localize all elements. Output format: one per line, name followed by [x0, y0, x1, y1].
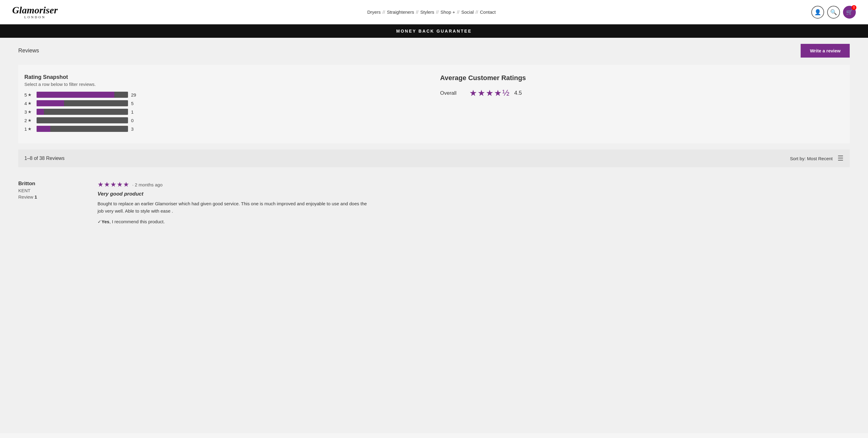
- bar-track-5: [37, 92, 128, 98]
- nav-sep-4: //: [457, 9, 459, 14]
- bar-count-4: 5: [131, 101, 137, 106]
- review-star-3: ★: [110, 181, 117, 189]
- review-star-1: ★: [97, 181, 104, 189]
- nav-straighteners[interactable]: Straighteners: [387, 9, 414, 14]
- star-half: ½: [502, 88, 509, 98]
- star-2: ★: [477, 88, 485, 98]
- check-mark: ✓: [97, 219, 101, 224]
- star-1: ★: [469, 88, 477, 98]
- reviewer-name: Britton: [18, 181, 85, 187]
- overall-row: Overall ★ ★ ★ ★ ½ 4.5: [440, 88, 844, 98]
- bar-count-1: 3: [131, 126, 137, 132]
- bar-row-5[interactable]: 5 ★ 29: [24, 92, 428, 98]
- review-body: Bought to replace an earlier Glamoriser …: [97, 200, 372, 215]
- bar-fill-3: [37, 109, 44, 115]
- nav-sep-2: //: [416, 9, 418, 14]
- main-content: Reviews Write a review Rating Snapshot S…: [0, 38, 868, 433]
- account-button[interactable]: 👤: [811, 6, 824, 19]
- snapshot-title: Rating Snapshot: [24, 74, 428, 80]
- site-logo[interactable]: Glamoriser LONDON: [12, 5, 58, 19]
- review-content: ★ ★ ★ ★ ★ · 2 months ago Very good produ…: [97, 181, 372, 225]
- money-back-banner: MONEY BACK GUARANTEE: [0, 24, 868, 38]
- bar-fill-1: [37, 126, 50, 132]
- bar-fill-4: [37, 100, 64, 106]
- review-date: · 2 months ago: [132, 182, 162, 187]
- review-recommend: ✓Yes, I recommend this product.: [97, 219, 372, 225]
- bar-count-2: 0: [131, 118, 137, 123]
- reviewer-location: KENT: [18, 188, 85, 193]
- reviews-header: Reviews Write a review: [18, 44, 850, 58]
- rating-snapshot: Rating Snapshot Select a row below to fi…: [24, 74, 428, 134]
- bar-count-3: 1: [131, 109, 137, 114]
- snapshot-subtitle: Select a row below to filter reviews.: [24, 81, 428, 87]
- review-item: Britton KENT Review 1 ★ ★ ★ ★ ★ · 2 mont…: [18, 174, 850, 231]
- bar-track-4: [37, 100, 128, 106]
- bar-row-2[interactable]: 2 ★ 0: [24, 117, 428, 123]
- overall-score: 4.5: [514, 90, 522, 96]
- ratings-area: Rating Snapshot Select a row below to fi…: [18, 65, 850, 143]
- nav-stylers[interactable]: Stylers: [420, 9, 434, 14]
- cart-button[interactable]: 🛒 0: [843, 6, 856, 19]
- review-star-2: ★: [104, 181, 110, 189]
- nav-social[interactable]: Social: [461, 9, 474, 14]
- nav-contact[interactable]: Contact: [480, 9, 496, 14]
- avg-ratings: Average Customer Ratings Overall ★ ★ ★ ★…: [440, 74, 844, 134]
- write-review-button[interactable]: Write a review: [801, 44, 850, 58]
- recommend-suffix: , I recommend this product.: [110, 219, 165, 224]
- bar-row-3[interactable]: 3 ★ 1: [24, 109, 428, 115]
- star-icon-1: ★: [28, 126, 32, 131]
- nav-sep-3: //: [436, 9, 439, 14]
- nav-icon-group: 👤 🔍 🛒 0: [811, 6, 856, 19]
- star-icon-5: ★: [28, 92, 32, 97]
- review-star-5: ★: [123, 181, 129, 189]
- review-stars: ★ ★ ★ ★ ★: [97, 181, 129, 189]
- reviews-list-header: 1–8 of 38 Reviews Sort by: Most Recent ☰: [18, 149, 850, 167]
- sort-label[interactable]: Sort by: Most Recent: [790, 156, 833, 161]
- bar-fill-5: [37, 92, 114, 98]
- star-icon-2: ★: [28, 118, 32, 123]
- search-button[interactable]: 🔍: [827, 6, 840, 19]
- review-star-4: ★: [117, 181, 123, 189]
- nav-sep-1: //: [382, 9, 385, 14]
- avg-ratings-title: Average Customer Ratings: [440, 74, 844, 82]
- logo-subtitle: LONDON: [12, 15, 58, 19]
- overall-stars: ★ ★ ★ ★ ½: [469, 88, 509, 98]
- nav-sep-5: //: [475, 9, 478, 14]
- reviews-count: 1–8 of 38 Reviews: [24, 156, 65, 161]
- star-4: ★: [494, 88, 502, 98]
- bar-track-2: [37, 117, 128, 123]
- banner-text: MONEY BACK GUARANTEE: [396, 29, 472, 34]
- nav-dryers[interactable]: Dryers: [367, 9, 381, 14]
- cart-badge: 0: [851, 5, 857, 10]
- reviewer-meta: Review 1: [18, 194, 85, 200]
- review-number: 1: [34, 194, 37, 200]
- star-icon-3: ★: [28, 109, 32, 114]
- site-header: Glamoriser LONDON Dryers // Straightener…: [0, 0, 868, 24]
- bar-label-4: 4 ★: [24, 101, 33, 106]
- sort-area: Sort by: Most Recent ☰: [790, 155, 844, 162]
- review-headline: Very good product: [97, 191, 372, 197]
- bar-label-2: 2 ★: [24, 118, 33, 123]
- bar-label-5: 5 ★: [24, 92, 33, 98]
- reviews-title: Reviews: [18, 47, 39, 54]
- bar-row-4[interactable]: 4 ★ 5: [24, 100, 428, 106]
- bar-label-3: 3 ★: [24, 109, 33, 114]
- bar-track-3: [37, 109, 128, 115]
- star-icon-4: ★: [28, 101, 32, 106]
- nav-shop[interactable]: Shop +: [440, 9, 455, 14]
- sort-icon[interactable]: ☰: [838, 155, 844, 162]
- overall-label: Overall: [440, 90, 464, 96]
- bar-label-1: 1 ★: [24, 126, 33, 132]
- recommend-yes: Yes: [101, 219, 110, 224]
- bar-row-1[interactable]: 1 ★ 3: [24, 126, 428, 132]
- bar-track-1: [37, 126, 128, 132]
- review-stars-date: ★ ★ ★ ★ ★ · 2 months ago: [97, 181, 372, 189]
- star-3: ★: [486, 88, 493, 98]
- main-nav: Dryers // Straighteners // Stylers // Sh…: [367, 9, 496, 14]
- reviewer-info: Britton KENT Review 1: [18, 181, 85, 225]
- bar-count-5: 29: [131, 92, 137, 98]
